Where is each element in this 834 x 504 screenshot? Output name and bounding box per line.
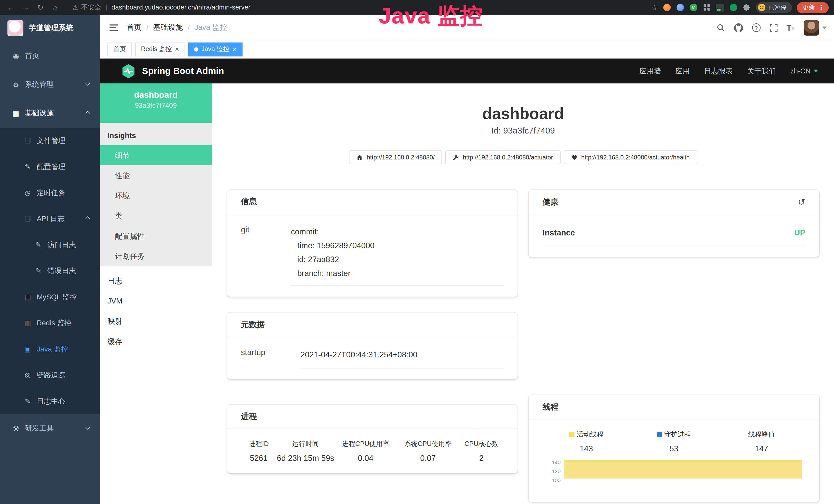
divider: | bbox=[104, 4, 108, 11]
sidebar-item-label: 日志中心 bbox=[37, 396, 66, 406]
history-icon[interactable]: ↺ bbox=[798, 197, 806, 208]
actuator-url-button[interactable]: http://192.168.0.2:48080/actuator bbox=[445, 151, 561, 164]
sba-item-metrics[interactable]: 性能 bbox=[100, 165, 212, 186]
status-badge: UP bbox=[794, 228, 805, 237]
sidebar-item-infrastructure[interactable]: ▦ 基础设施 bbox=[0, 99, 100, 128]
sidebar-item-config[interactable]: ✎ 配置管理 bbox=[0, 154, 100, 180]
sidebar-item-log-center[interactable]: ✎ 日志中心 bbox=[0, 388, 100, 414]
sba-item-jvm[interactable]: JVM bbox=[100, 291, 212, 311]
breadcrumb-separator: / bbox=[146, 23, 148, 32]
sidebar-item-label: 链路追踪 bbox=[37, 370, 66, 380]
sidebar-item-dev-tools[interactable]: ⚒ 研发工具 bbox=[0, 414, 100, 443]
sba-item-logs[interactable]: 日志 bbox=[100, 271, 212, 291]
browser-profile-button[interactable]: 已暂停 bbox=[756, 2, 792, 13]
sba-nav-journal[interactable]: 日志报表 bbox=[704, 66, 733, 76]
sba-nav-about[interactable]: 关于我们 bbox=[747, 66, 776, 76]
user-menu[interactable] bbox=[804, 20, 827, 36]
breadcrumb-home[interactable]: 首页 bbox=[127, 23, 141, 32]
extension-on-icon[interactable]: on bbox=[716, 3, 724, 12]
sidebar-item-files[interactable]: ❏ 文件管理 bbox=[0, 128, 100, 154]
sidebar-item-scheduled-jobs[interactable]: ◷ 定时任务 bbox=[0, 180, 100, 206]
page-title: dashboard bbox=[212, 105, 834, 123]
sba-item-config-props[interactable]: 配置属性 bbox=[100, 226, 212, 246]
legend-peak-threads: 线程峰值 bbox=[718, 430, 805, 439]
sidebar-item-access-log[interactable]: ✎ 访问日志 bbox=[0, 232, 100, 258]
sidebar-item-java-monitor[interactable]: ▣ Java 监控 bbox=[0, 336, 100, 362]
browser-menu-icon[interactable]: ⋮ bbox=[818, 4, 825, 11]
instance-health-row: Instance UP bbox=[543, 228, 805, 246]
sba-item-details[interactable]: 细节 bbox=[100, 145, 212, 165]
sidebar-item-error-log[interactable]: ✎ 错误日志 bbox=[0, 258, 100, 284]
address-bar[interactable]: ⚠ 不安全 | dashboard.yudao.iocoder.cn/infra… bbox=[72, 3, 647, 12]
sidebar-item-label: 配置管理 bbox=[37, 162, 66, 171]
health-url-button[interactable]: http://192.168.0.2:48080/actuator/health bbox=[564, 151, 697, 164]
mysql-icon: ▤ bbox=[23, 293, 32, 301]
search-icon[interactable] bbox=[716, 23, 725, 32]
timer-icon: ◷ bbox=[23, 189, 32, 197]
sidebar-item-home[interactable]: ◉ 首页 bbox=[0, 42, 100, 70]
log-center-icon: ✎ bbox=[23, 397, 32, 405]
font-size-icon[interactable]: TT bbox=[787, 24, 795, 31]
sba-brand[interactable]: Spring Boot Admin bbox=[121, 63, 224, 79]
sba-item-environment[interactable]: 环境 bbox=[100, 186, 212, 206]
locale-dropdown[interactable]: zh-CN bbox=[790, 67, 818, 75]
sidebar-item-tracing[interactable]: ◎ 链路追踪 bbox=[0, 362, 100, 388]
config-icon: ✎ bbox=[23, 163, 32, 171]
service-url-button[interactable]: http://192.168.0.2:48080/ bbox=[349, 151, 442, 164]
extension-leaf-icon[interactable] bbox=[729, 3, 738, 12]
tab-redis-monitor[interactable]: Redis 监控 × bbox=[135, 42, 185, 56]
close-icon[interactable]: × bbox=[175, 46, 179, 52]
sba-item-scheduled-tasks[interactable]: 计划任务 bbox=[100, 246, 212, 267]
extension-blue-icon[interactable] bbox=[676, 3, 684, 12]
reload-icon[interactable]: ↻ bbox=[35, 3, 46, 12]
hamburger-icon[interactable] bbox=[110, 24, 118, 31]
tab-label: Java 监控 bbox=[201, 45, 229, 54]
instance-links: http://192.168.0.2:48080/ http://192.168… bbox=[212, 151, 834, 164]
tools-icon: ⚒ bbox=[12, 425, 20, 433]
tab-java-monitor[interactable]: Java 监控 × bbox=[188, 42, 242, 56]
legend-daemon-threads: 守护进程 bbox=[630, 430, 718, 439]
extension-vue-icon[interactable]: V bbox=[689, 3, 698, 12]
y-tick: 100 bbox=[552, 478, 561, 483]
fullscreen-icon[interactable] bbox=[770, 24, 777, 31]
bookmark-star-icon[interactable]: ☆ bbox=[651, 3, 658, 12]
home-icon[interactable]: ⌂ bbox=[50, 3, 61, 12]
startup-label: startup bbox=[241, 348, 301, 368]
github-icon[interactable] bbox=[734, 23, 743, 32]
threads-legend-values: 143 53 147 bbox=[543, 444, 805, 453]
git-commit-line: commit: bbox=[291, 225, 504, 239]
tab-home[interactable]: 首页 bbox=[107, 42, 132, 56]
sba-nav-wallboard[interactable]: 应用墙 bbox=[640, 66, 661, 76]
sidebar-item-mysql-monitor[interactable]: ▤ MySQL 监控 bbox=[0, 284, 100, 310]
git-time-line: time: 1596289704000 bbox=[291, 239, 504, 253]
sidebar-item-redis-monitor[interactable]: ▥ Redis 监控 bbox=[0, 310, 100, 336]
sba-item-mappings[interactable]: 映射 bbox=[100, 311, 212, 331]
help-icon[interactable]: ? bbox=[752, 23, 761, 32]
app-header: 首页 / 基础设施 / Java 监控 ? bbox=[100, 15, 834, 40]
chevron-down-icon bbox=[86, 81, 90, 86]
close-icon[interactable]: × bbox=[233, 46, 237, 52]
extension-grid-icon[interactable] bbox=[702, 3, 711, 12]
forward-icon[interactable]: → bbox=[20, 3, 31, 12]
sync-paused-label: 已暂停 bbox=[768, 3, 787, 11]
browser-chrome: ← → ↻ ⌂ ⚠ 不安全 | dashboard.yudao.iocoder.… bbox=[0, 0, 834, 15]
sba-navbar: Spring Boot Admin 应用墙 应用 日志报表 关于我们 zh-CN bbox=[100, 59, 834, 84]
sba-item-classes[interactable]: 类 bbox=[100, 206, 212, 226]
sidebar-item-system[interactable]: ⚙ 系统管理 bbox=[0, 70, 100, 99]
col-uptime: 运行时间 bbox=[277, 440, 334, 449]
app-logo-row[interactable]: 芋道管理系统 bbox=[0, 15, 100, 42]
back-icon[interactable]: ← bbox=[5, 3, 16, 12]
admin-sidebar: 芋道管理系统 ◉ 首页 ⚙ 系统管理 ▦ 基础设施 ❏ bbox=[0, 15, 100, 504]
extension-orange-icon[interactable] bbox=[662, 3, 671, 12]
chrome-update-button[interactable]: 更新 ⋮ bbox=[797, 2, 829, 13]
extensions-puzzle-icon[interactable] bbox=[742, 3, 751, 12]
instance-id: 93a3fc7f7409 bbox=[100, 102, 212, 110]
threads-card-title: 线程 bbox=[543, 402, 558, 412]
process-card-title: 进程 bbox=[241, 412, 257, 421]
sidebar-item-api-log[interactable]: ❏ API 日志 bbox=[0, 206, 100, 232]
sba-item-caches[interactable]: 缓存 bbox=[100, 331, 212, 351]
breadcrumb-infrastructure[interactable]: 基础设施 bbox=[153, 23, 183, 32]
heart-icon bbox=[571, 154, 577, 161]
sidebar-item-label: 定时任务 bbox=[37, 188, 66, 198]
sba-nav-applications[interactable]: 应用 bbox=[675, 66, 690, 76]
